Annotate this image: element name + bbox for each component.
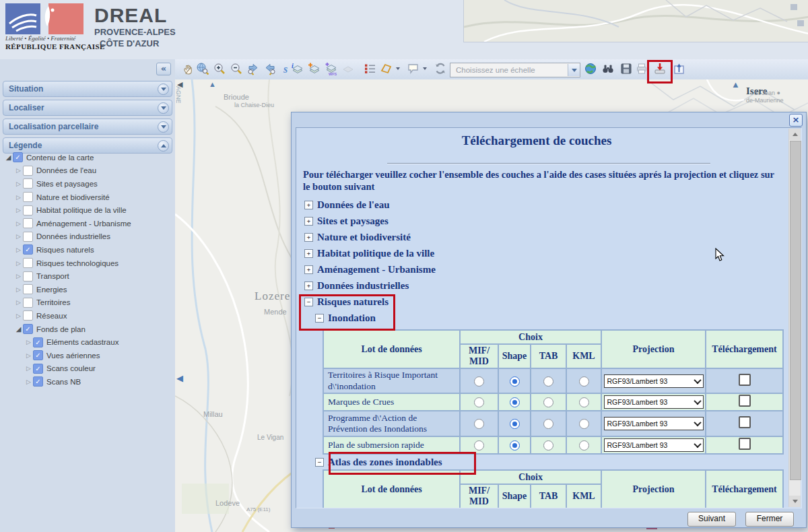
layer-checkbox[interactable]	[23, 218, 33, 228]
layer-checkbox[interactable]: ✓	[33, 364, 43, 374]
layer-checkbox[interactable]	[23, 310, 33, 321]
layer-checkbox[interactable]	[23, 271, 33, 281]
expand-section-icon[interactable]: +	[304, 281, 313, 290]
legend-list-icon[interactable]	[364, 62, 378, 77]
format-radio-tab[interactable]	[543, 376, 553, 387]
layer-checkbox[interactable]	[23, 232, 33, 242]
expand-node-icon[interactable]: ▷	[14, 220, 23, 227]
layer-checkbox[interactable]	[23, 178, 33, 189]
expand-node-icon[interactable]: ▷	[14, 246, 23, 253]
expand-panel-button[interactable]	[158, 121, 169, 133]
format-radio-mif-mid[interactable]	[474, 397, 484, 407]
tree-item-energies[interactable]: ▷Energies	[0, 283, 175, 296]
expand-node-icon[interactable]: ▷	[14, 207, 23, 213]
expand-node-icon[interactable]: ▷	[14, 180, 23, 187]
expand-node-icon[interactable]: ▷	[14, 194, 23, 201]
projection-select[interactable]: RGF93/Lambert 93	[604, 417, 704, 430]
layer-checkbox[interactable]	[23, 205, 33, 215]
expand-section-icon[interactable]: +	[304, 249, 313, 258]
expand-panel-button[interactable]	[158, 102, 169, 114]
export-window-icon[interactable]	[673, 62, 687, 77]
expand-node-icon[interactable]: ▷	[14, 233, 23, 240]
tree-item-habitat-politique-de-la-ville[interactable]: ▷Habitat politique de la ville	[0, 203, 175, 217]
download-checkbox[interactable]	[739, 395, 751, 407]
fermer-button[interactable]: Fermer	[745, 512, 794, 527]
layer-checkbox[interactable]	[23, 298, 33, 308]
format-radio-kml[interactable]	[579, 397, 589, 407]
expand-node-icon[interactable]: ▷	[14, 167, 23, 174]
format-radio-tab[interactable]	[543, 397, 553, 407]
expand-node-icon[interactable]: ▷	[14, 260, 23, 267]
layer-checkbox[interactable]	[23, 284, 33, 294]
collapse-node-icon[interactable]: ◢	[4, 154, 13, 161]
measure-dropdown-caret[interactable]	[396, 67, 400, 70]
collapse-panel-button[interactable]	[158, 140, 169, 152]
collapse-section-icon[interactable]: −	[315, 314, 324, 323]
expand-node-icon[interactable]: ▷	[14, 273, 23, 279]
format-radio-kml[interactable]	[579, 376, 589, 387]
projection-select[interactable]: RGF93/Lambert 93	[604, 374, 704, 388]
layer-checkbox[interactable]	[23, 166, 33, 176]
expand-node-icon[interactable]: ▷	[24, 378, 33, 385]
projection-select[interactable]: RGF93/Lambert 93	[604, 395, 704, 409]
collapse-section-icon[interactable]: −	[315, 458, 324, 467]
tree-item-donn-es-industrielles[interactable]: ▷Données industrielles	[0, 230, 175, 244]
tree-item-transport[interactable]: ▷Transport	[0, 269, 175, 283]
tree-item-risques-naturels[interactable]: ▷✓Risques naturels	[0, 243, 175, 257]
tree-item-sites-et-paysages[interactable]: ▷Sites et paysages	[0, 177, 175, 191]
expand-panel-button[interactable]	[158, 84, 169, 95]
download-checkbox[interactable]	[739, 438, 751, 450]
sidebar-collapse-button[interactable]: «	[156, 63, 171, 75]
collapse-section-icon[interactable]: −	[304, 298, 313, 306]
dialog-close-button[interactable]: ×	[789, 114, 803, 127]
add-layer-icon[interactable]	[308, 62, 323, 77]
sidebar-panel-localiser[interactable]: Localiser	[3, 100, 172, 116]
layer-checkbox[interactable]: ✓	[33, 376, 43, 387]
pan-up-icon[interactable]: ▲	[209, 80, 216, 88]
search-binoculars-icon[interactable]	[601, 62, 616, 77]
zoom-in-icon[interactable]	[213, 62, 228, 77]
zoom-previous-icon[interactable]	[263, 62, 278, 77]
tooltip-dropdown-caret[interactable]	[423, 67, 427, 70]
tree-item-nature-et-biodiversit[interactable]: ▷Nature et biodiversité	[0, 191, 175, 204]
add-wfs-layer-icon[interactable]: WFS	[325, 62, 339, 77]
globe-icon[interactable]	[584, 62, 599, 77]
layer-checkbox[interactable]: ✓	[23, 244, 33, 255]
sidebar-panel-localisation-parcellaire[interactable]: Localisation parcellaire	[3, 119, 172, 135]
tree-item-donn-es-de-l-eau[interactable]: ▷Données de l'eau	[0, 164, 175, 178]
format-radio-tab[interactable]	[543, 440, 553, 451]
expand-section-icon[interactable]: +	[304, 201, 313, 209]
format-radio-shape[interactable]	[510, 397, 520, 407]
tree-item-vues-a-riennes[interactable]: ▷✓Vues aériennes	[0, 349, 175, 362]
tree-item-scans-couleur[interactable]: ▷✓Scans couleur	[0, 362, 175, 376]
format-radio-kml[interactable]	[579, 440, 589, 451]
scroll-up-button[interactable]	[789, 129, 801, 140]
format-radio-shape[interactable]	[510, 419, 520, 429]
expand-section-icon[interactable]: +	[304, 265, 313, 274]
zoom-next-icon[interactable]	[246, 62, 261, 77]
identify-layers-icon[interactable]: i	[291, 62, 306, 77]
expand-node-icon[interactable]: ▷	[14, 299, 23, 306]
format-radio-mif-mid[interactable]	[474, 440, 484, 451]
download-checkbox[interactable]	[739, 416, 751, 428]
layer-checkbox[interactable]: ✓	[33, 337, 43, 347]
layer-checkbox[interactable]	[23, 192, 33, 202]
dialog-scrollbar[interactable]	[788, 129, 801, 507]
layer-checkbox[interactable]: ✓	[23, 324, 33, 334]
layer-checkbox[interactable]	[23, 258, 33, 268]
tree-item-territoires[interactable]: ▷Territoires	[0, 296, 175, 310]
layer-checkbox[interactable]: ✓	[13, 152, 23, 162]
scale-select-arrow[interactable]	[568, 64, 580, 76]
download-layers-icon[interactable]	[653, 62, 668, 77]
expand-node-icon[interactable]: ▷	[24, 339, 33, 345]
tree-item-risques-technologiques[interactable]: ▷Risques technologiques	[0, 257, 175, 270]
pan-tool-icon[interactable]	[182, 62, 197, 77]
tree-item-am-nagement-urbanisme[interactable]: ▷Aménagement - Urbanisme	[0, 217, 175, 230]
expand-node-icon[interactable]: ▷	[14, 286, 23, 293]
pan-left-icon[interactable]: ◀	[177, 80, 182, 89]
format-radio-tab[interactable]	[543, 419, 553, 429]
tree-item-scans-nb[interactable]: ▷✓Scans NB	[0, 375, 175, 389]
expand-node-icon[interactable]: ▷	[24, 365, 33, 372]
zoom-out-icon[interactable]	[230, 62, 244, 77]
expand-section-icon[interactable]: +	[304, 217, 313, 226]
